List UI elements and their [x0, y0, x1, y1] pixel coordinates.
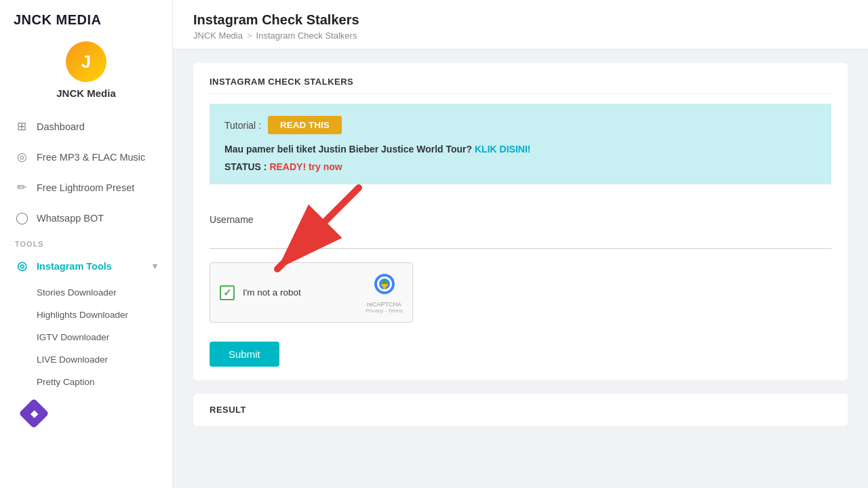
sidebar-item-pretty-caption[interactable]: Pretty Caption — [0, 371, 172, 393]
recaptcha-brand-label: reCAPTCHA — [367, 301, 401, 308]
whatsapp-icon: ◯ — [15, 211, 28, 225]
sidebar-username: JNCK Media — [56, 87, 116, 99]
result-heading: RESULT — [193, 394, 848, 426]
sidebar-item-label: Free Lightroom Preset — [37, 182, 134, 193]
breadcrumb: JNCK Media > Instagram Check Stalkers — [193, 30, 848, 41]
main-content: Instagram Check Stalkers JNCK Media > In… — [173, 0, 868, 488]
preset-icon: ✏ — [15, 180, 28, 195]
promo-text: Mau pamer beli tiket Justin Bieber Justi… — [224, 144, 816, 155]
content-area: INSTAGRAM CHECK STALKERS Tutorial : READ… — [173, 49, 868, 440]
recaptcha-logo-icon — [372, 271, 397, 301]
submit-button[interactable]: Submit — [210, 342, 279, 367]
recaptcha-right: reCAPTCHA Privacy - Terms — [366, 271, 403, 314]
sidebar-item-label: Whatsapp BOT — [37, 213, 104, 224]
breadcrumb-separator: > — [247, 30, 252, 41]
breadcrumb-current: Instagram Check Stalkers — [256, 30, 357, 41]
username-label: Username — [210, 214, 831, 225]
page-header: Instagram Check Stalkers JNCK Media > In… — [173, 0, 868, 49]
recaptcha-left: ✓ I'm not a robot — [220, 285, 301, 300]
breadcrumb-home: JNCK Media — [193, 30, 243, 41]
sidebar-item-igtv-downloader[interactable]: IGTV Downloader — [0, 326, 172, 348]
instagram-icon: ◎ — [15, 259, 28, 273]
recaptcha-checkbox[interactable]: ✓ — [220, 285, 235, 300]
checkmark-icon: ✓ — [223, 287, 232, 299]
recaptcha-text: I'm not a robot — [243, 287, 301, 298]
tutorial-label: Tutorial : — [224, 120, 261, 131]
dashboard-icon: ⊞ — [15, 119, 28, 134]
avatar-area: J JNCK Media — [0, 35, 172, 111]
main-card: INSTAGRAM CHECK STALKERS Tutorial : READ… — [193, 63, 848, 380]
result-card: RESULT — [193, 394, 848, 426]
page-title: Instagram Check Stalkers — [193, 12, 848, 28]
sidebar-nav: ⊞ Dashboard ◎ Free MP3 & FLAC Music ✏ Fr… — [0, 111, 172, 488]
info-box: Tutorial : READ THIS Mau pamer beli tike… — [210, 104, 831, 184]
sidebar-item-stories-downloader[interactable]: Stories Downloader — [0, 281, 172, 304]
sidebar-item-live-downloader[interactable]: LIVE Downloader — [0, 348, 172, 371]
sidebar-item-highlights-downloader[interactable]: Highlights Downloader — [0, 304, 172, 326]
section-heading: INSTAGRAM CHECK STALKERS — [210, 77, 831, 94]
sidebar-item-lightroom[interactable]: ✏ Free Lightroom Preset — [0, 172, 172, 203]
status-row: STATUS : READY! try now — [224, 161, 816, 172]
username-input[interactable] — [210, 229, 831, 249]
sidebar-item-whatsapp-bot[interactable]: ◯ Whatsapp BOT — [0, 203, 172, 233]
sidebar-item-dashboard[interactable]: ⊞ Dashboard — [0, 111, 172, 142]
recaptcha-wrapper: ✓ I'm not a robot — [210, 262, 413, 336]
recaptcha-box[interactable]: ✓ I'm not a robot — [210, 262, 413, 323]
sidebar-item-label: Dashboard — [37, 121, 85, 132]
recaptcha-links: Privacy - Terms — [366, 308, 403, 314]
sidebar-item-label: Instagram Tools — [37, 261, 112, 272]
music-icon: ◎ — [15, 150, 28, 164]
tools-section-label: TOOLS — [0, 233, 172, 251]
sidebar: JNCK MEDIA J JNCK Media ⊞ Dashboard ◎ Fr… — [0, 0, 173, 488]
card-inner: INSTAGRAM CHECK STALKERS Tutorial : READ… — [193, 63, 848, 201]
brand-logo: JNCK MEDIA — [0, 0, 172, 35]
sidebar-item-instagram-tools[interactable]: ◎ Instagram Tools ▾ — [0, 251, 172, 281]
diamond-badge: ◆ — [18, 398, 49, 428]
avatar: J — [66, 41, 106, 82]
sidebar-item-label: Free MP3 & FLAC Music — [37, 152, 145, 163]
promo-link[interactable]: KLIK DISINI! — [475, 144, 530, 155]
read-this-button[interactable]: READ THIS — [268, 116, 342, 134]
sidebar-item-mp3[interactable]: ◎ Free MP3 & FLAC Music — [0, 142, 172, 172]
tutorial-row: Tutorial : READ THIS — [224, 116, 816, 134]
status-value: READY! try now — [269, 161, 342, 172]
form-section: Username ✓ I'm not a robot — [193, 201, 848, 380]
chevron-down-icon: ▾ — [153, 261, 157, 271]
